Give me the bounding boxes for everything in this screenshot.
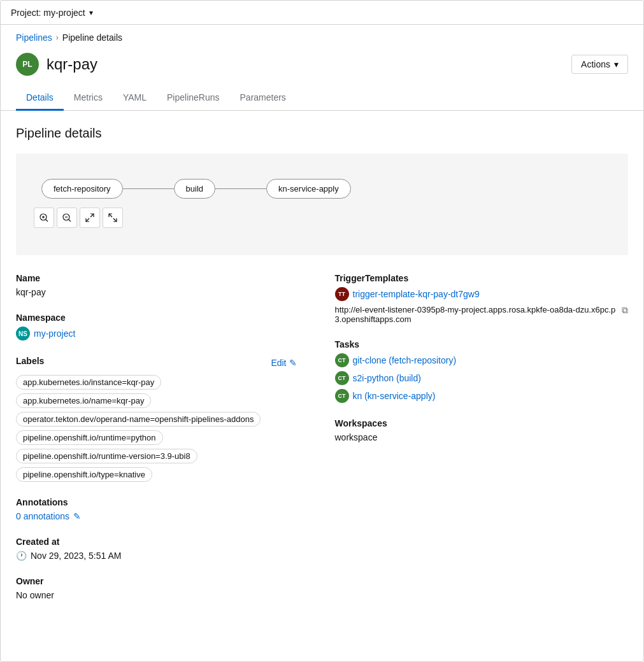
task-link-0[interactable]: git-clone (fetch-repository) [353,355,457,365]
clock-icon: 🕐 [16,551,27,561]
label-tag: pipeline.openshift.io/type=knative [16,467,152,482]
breadcrumb-current: Pipeline details [62,32,122,43]
breadcrumb-pipelines-link[interactable]: Pipelines [16,32,52,43]
trigger-templates-section: TriggerTemplates TT trigger-template-kqr… [335,273,629,324]
main-content: Pipeline details fetch-repository build … [1,111,643,631]
edit-labels-link[interactable]: Edit ✎ [271,358,296,368]
project-label: Project: my-project [11,8,85,18]
section-title: Pipeline details [16,126,628,141]
created-at-label: Created at [16,537,297,547]
svg-line-6 [69,220,71,222]
label-tag: pipeline.openshift.io/runtime-version=3.… [16,449,197,463]
trigger-badge: TT trigger-template-kqr-pay-dt7gw9 [335,287,480,301]
annotations-label: Annotations [16,497,297,507]
copy-icon[interactable]: ⧉ [622,305,628,316]
owner-label: Owner [16,576,297,586]
pipeline-connector-2 [215,188,266,189]
task-item: CT kn (kn-service-apply) [335,389,629,403]
breadcrumb-separator: › [56,33,59,42]
svg-line-3 [46,220,48,222]
tasks-label: Tasks [335,339,629,349]
svg-line-8 [90,214,94,217]
label-tag: pipeline.openshift.io/runtime=python [16,430,163,445]
annotations-section: Annotations 0 annotations ✎ [16,497,297,521]
pipeline-node-kn-service-apply[interactable]: kn-service-apply [266,179,351,199]
trigger-url: http://el-event-listener-0395p8-my-proje… [335,305,620,324]
annotations-edit-icon: ✎ [73,511,81,521]
page-title: kqr-pay [47,55,97,73]
tabs: Details Metrics YAML PipelineRuns Parame… [1,86,643,111]
trigger-templates-label: TriggerTemplates [335,273,629,283]
name-section: Name kqr-pay [16,273,297,297]
label-tag: app.kubernetes.io/instance=kqr-pay [16,375,161,390]
tab-pipelineruns[interactable]: PipelineRuns [157,86,230,111]
task-link-1[interactable]: s2i-python (build) [353,373,421,383]
pipeline-node-build[interactable]: build [174,179,215,199]
pipeline-diagram: fetch-repository build kn-service-apply [16,153,628,255]
reset-button[interactable] [80,208,100,228]
namespace-section: Namespace NS my-project [16,313,297,341]
zoom-in-button[interactable] [34,208,54,228]
pipeline-controls [29,205,128,230]
namespace-link[interactable]: my-project [34,328,75,339]
svg-line-7 [86,218,89,222]
detail-right: TriggerTemplates TT trigger-template-kqr… [322,273,629,616]
label-tag: operator.tekton.dev/operand-name=openshi… [16,412,261,426]
tasks-section: Tasks CT git-clone (fetch-repository) CT… [335,339,629,403]
pipeline-node-fetch-repository[interactable]: fetch-repository [41,179,123,199]
labels-label: Labels [16,356,44,366]
details-grid: Name kqr-pay Namespace NS my-project Lab… [16,273,628,616]
ct-circle-2: CT [335,389,349,403]
workspaces-value: workspace [335,432,629,442]
name-label: Name [16,273,297,283]
detail-left: Name kqr-pay Namespace NS my-project Lab… [16,273,322,616]
fit-button[interactable] [103,208,123,228]
namespace-badge: NS my-project [16,327,75,341]
created-at-value: 🕐 Nov 29, 2023, 5:51 AM [16,551,297,561]
actions-button[interactable]: Actions ▾ [571,55,628,74]
namespace-label: Namespace [16,313,297,323]
created-at-section: Created at 🕐 Nov 29, 2023, 5:51 AM [16,537,297,561]
breadcrumb: Pipelines › Pipeline details [1,25,643,48]
svg-line-10 [113,218,117,222]
workspaces-section: Workspaces workspace [335,418,629,442]
tab-metrics[interactable]: Metrics [64,86,113,111]
workspaces-label: Workspaces [335,418,629,428]
pipeline-connector-1 [123,188,174,189]
owner-value: No owner [16,590,297,600]
tt-circle: TT [335,287,349,301]
edit-icon: ✎ [289,358,297,368]
namespace-circle: NS [16,327,30,341]
tab-yaml[interactable]: YAML [113,86,157,111]
task-item: CT git-clone (fetch-repository) [335,353,629,367]
task-link-2[interactable]: kn (kn-service-apply) [353,391,436,401]
labels-section: Labels Edit ✎ app.kubernetes.io/instance… [16,356,297,482]
task-item: CT s2i-python (build) [335,371,629,385]
avatar: PL [16,53,39,76]
page-header: PL kqr-pay Actions ▾ [1,48,643,86]
svg-line-9 [109,214,112,217]
label-tags: app.kubernetes.io/instance=kqr-pay app.k… [16,375,297,482]
owner-section: Owner No owner [16,576,297,600]
zoom-out-button[interactable] [57,208,77,228]
name-value: kqr-pay [16,287,297,297]
ct-circle-1: CT [335,371,349,385]
label-tag: app.kubernetes.io/name=kqr-pay [16,393,151,408]
trigger-template-link[interactable]: trigger-template-kqr-pay-dt7gw9 [353,289,480,299]
ct-circle-0: CT [335,353,349,367]
annotations-link[interactable]: 0 annotations ✎ [16,511,297,521]
project-dropdown-icon[interactable]: ▾ [89,8,93,17]
tab-parameters[interactable]: Parameters [230,86,296,111]
actions-dropdown-icon: ▾ [614,59,619,69]
tab-details[interactable]: Details [16,86,64,111]
